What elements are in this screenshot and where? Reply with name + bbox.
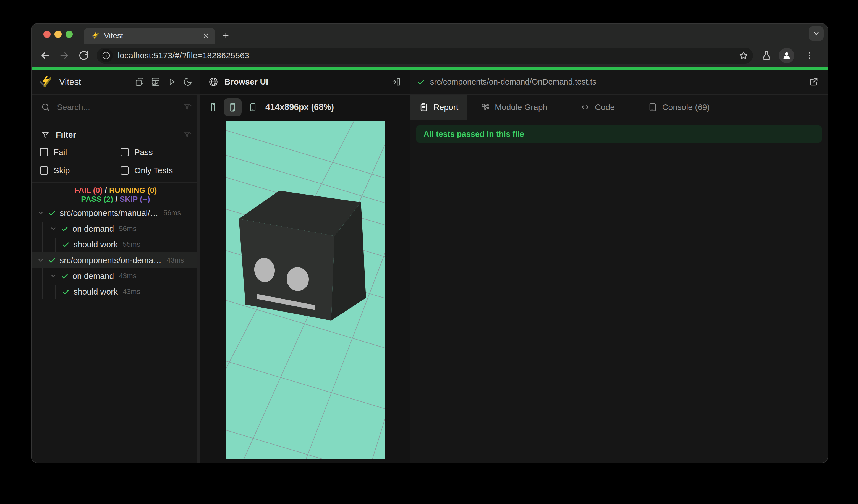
vitest-logo	[39, 75, 52, 88]
profile-avatar[interactable]	[779, 48, 794, 63]
titlebar: Vitest	[32, 24, 828, 44]
filter-checkbox-fail[interactable]: Fail	[40, 148, 121, 157]
test-preview-iframe[interactable]	[226, 121, 385, 459]
device-phone-small-icon[interactable]	[208, 102, 218, 112]
test-file-row[interactable]: src/components/manual/… 56ms	[32, 205, 200, 221]
report-tabs: Report Module Graph Code	[410, 95, 828, 120]
device-phone-plus-selected[interactable]	[224, 98, 242, 116]
open-panel-right-icon[interactable]	[392, 77, 401, 87]
pass-check-icon	[48, 209, 56, 217]
filter-checkbox-pass[interactable]: Pass	[121, 148, 200, 157]
tab-report[interactable]: Report	[410, 95, 467, 120]
forward-button[interactable]	[56, 47, 73, 64]
dark-mode-moon-icon[interactable]	[183, 77, 192, 86]
checkbox[interactable]	[121, 148, 129, 157]
duration-label: 43ms	[167, 256, 185, 264]
running-count: RUNNING (0)	[109, 186, 157, 195]
chevron-down-icon[interactable]	[50, 225, 57, 232]
tab-console[interactable]: Console (69)	[637, 95, 721, 120]
tab-close-icon[interactable]	[202, 32, 209, 39]
duration-label: 43ms	[123, 287, 140, 296]
browser-tab[interactable]: Vitest	[84, 28, 215, 44]
duration-label: 56ms	[163, 209, 181, 217]
tab-search-button[interactable]	[809, 26, 824, 41]
test-suite-row[interactable]: on demand 56ms	[32, 221, 200, 237]
robot-cube	[239, 191, 366, 321]
filter-funnel-icon	[41, 130, 50, 139]
filter-section: Filter Fail Pass	[32, 120, 200, 183]
site-info-icon[interactable]	[99, 49, 113, 62]
dashboard-icon[interactable]	[151, 77, 160, 86]
filter-title: Filter	[56, 130, 184, 140]
duration-label: 43ms	[119, 272, 137, 280]
tab-code[interactable]: Code	[569, 95, 626, 120]
chevron-down-icon[interactable]	[37, 209, 44, 217]
test-case-row[interactable]: should work 55ms	[32, 237, 200, 252]
checkbox[interactable]	[40, 166, 48, 175]
page-load-progress-bar	[32, 67, 828, 70]
app-title: Vitest	[59, 77, 81, 87]
close-window-button[interactable]	[43, 31, 51, 38]
browser-toolbar: localhost:5173/#/?file=1828625563	[32, 44, 828, 67]
duration-label: 55ms	[123, 240, 140, 249]
browser-menu-icon[interactable]	[801, 47, 818, 64]
module-graph-icon	[480, 102, 490, 112]
fail-count: FAIL (0)	[74, 186, 102, 195]
report-clipboard-icon	[419, 102, 428, 112]
clear-search-filter-icon[interactable]	[184, 103, 192, 112]
minimize-window-button[interactable]	[54, 31, 62, 38]
bookmark-star-icon[interactable]	[738, 51, 749, 61]
filter-checkbox-skip[interactable]: Skip	[40, 166, 121, 175]
search-input[interactable]	[57, 102, 184, 112]
duration-label: 56ms	[119, 224, 137, 233]
pass-check-icon	[61, 225, 68, 233]
address-bar[interactable]: localhost:5173/#/?file=1828625563	[97, 48, 753, 64]
zoom-window-button[interactable]	[65, 31, 73, 38]
open-in-editor-icon[interactable]	[809, 77, 819, 87]
pass-check-icon	[62, 241, 70, 248]
file-pass-check-icon	[417, 78, 425, 86]
console-icon	[648, 102, 657, 112]
code-icon	[581, 102, 590, 112]
test-explorer-sidebar: Vitest	[32, 70, 200, 463]
pass-check-icon	[48, 256, 56, 264]
checkbox[interactable]	[121, 166, 129, 175]
pass-check-icon	[62, 288, 70, 296]
all-tests-passed-banner: All tests passed in this file	[416, 126, 822, 143]
new-tab-button[interactable]	[218, 28, 233, 43]
search-icon	[41, 102, 50, 112]
chevron-down-icon[interactable]	[37, 257, 44, 264]
test-file-path: src/components/on-demand/OnDemand.test.t…	[430, 77, 809, 86]
browser-ui-panel: Browser UI 414x896px (68%)	[200, 70, 410, 463]
back-button[interactable]	[36, 47, 54, 64]
clear-filters-icon[interactable]	[184, 130, 192, 139]
sidebar-scrollbar[interactable]	[197, 95, 200, 463]
reload-button[interactable]	[75, 47, 92, 64]
panel-title: Browser UI	[224, 77, 392, 86]
browser-window: Vitest localhost:5173/#/?file=1828625563	[31, 23, 828, 463]
filter-checkbox-only-tests[interactable]: Only Tests	[121, 166, 200, 175]
chevron-down-icon[interactable]	[50, 273, 57, 280]
vitest-favicon	[91, 32, 99, 39]
test-suite-row[interactable]: on demand 43ms	[32, 268, 200, 284]
test-case-row[interactable]: should work 43ms	[32, 284, 200, 299]
globe-icon	[208, 77, 218, 87]
run-all-icon[interactable]	[167, 77, 176, 86]
test-run-summary: FAIL (0)/RUNNING (0) PASS (2)/SKIP (--)	[32, 183, 200, 205]
test-tree: src/components/manual/… 56ms on demand 5…	[32, 205, 200, 299]
skip-count: SKIP (--)	[120, 195, 150, 204]
device-tablet-icon[interactable]	[248, 102, 258, 112]
tab-title: Vitest	[104, 31, 202, 40]
experiments-flask-icon[interactable]	[761, 50, 772, 61]
pass-count: PASS (2)	[81, 195, 113, 204]
tab-module-graph[interactable]: Module Graph	[470, 95, 558, 120]
viewport-size-label[interactable]: 414x896px (68%)	[265, 102, 334, 112]
report-panel: src/components/on-demand/OnDemand.test.t…	[410, 70, 828, 463]
pass-check-icon	[61, 272, 68, 280]
checkbox[interactable]	[40, 148, 48, 157]
collapse-tests-icon[interactable]	[135, 77, 144, 86]
url-text[interactable]: localhost:5173/#/?file=1828625563	[118, 51, 249, 60]
test-file-row-selected[interactable]: src/components/on-dema… 43ms	[32, 252, 200, 268]
